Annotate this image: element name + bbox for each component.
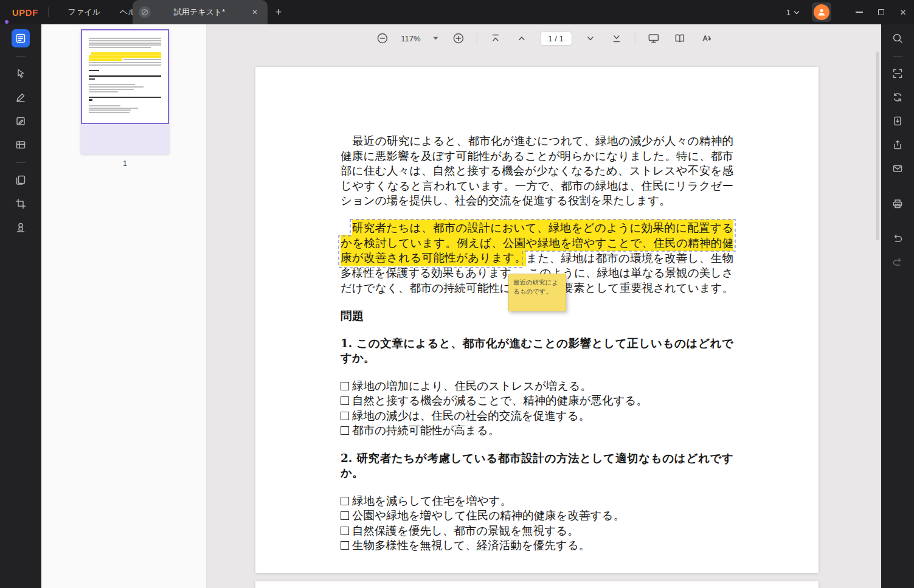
tool-export[interactable] xyxy=(888,112,907,130)
sticky-note-popup[interactable]: 最近の研究によるものです。 xyxy=(508,274,566,311)
zoom-out-button[interactable] xyxy=(374,30,390,46)
answer-checkbox xyxy=(341,396,349,405)
zoom-in-button[interactable] xyxy=(450,30,466,46)
text-line: 康が改善される可能性があります。また、緑地は都市の環境を改善し、生物 xyxy=(341,251,733,266)
tab-close-button[interactable]: ✕ xyxy=(248,7,261,18)
tool-share[interactable] xyxy=(888,136,907,154)
question-2: 2. 研究者たちが考慮している都市設計の方法として適切なものはどれです か。 xyxy=(341,451,733,481)
avatar xyxy=(814,4,829,20)
tool-print[interactable] xyxy=(888,195,907,213)
last-page-button[interactable] xyxy=(609,30,625,46)
highlight-annotation[interactable]: かを検討しています。例えば、公園や緑地を増やすことで、住民の精神的健 xyxy=(341,235,733,251)
slash-circle-icon xyxy=(141,9,148,16)
pdf-page-1[interactable]: 最近の研究によると、都市化が進むにつれて、緑地の減少が人々の精神的 健康に悪影響… xyxy=(255,67,819,573)
highlight-annotation[interactable]: 研究者たちは、都市の設計において、緑地をどのように効果的に配置する xyxy=(352,220,733,236)
option-label: 公園や緑地を増やして住民の精神的健康を改善する。 xyxy=(352,508,625,524)
viewer-area[interactable]: 117% 1 / 1 xyxy=(207,24,881,588)
option-row: 都市の持続可能性が高まる。 xyxy=(341,423,733,438)
chevron-up-icon xyxy=(516,33,527,44)
annotate-pencil-icon xyxy=(15,92,26,103)
person-icon xyxy=(817,8,826,16)
thumbnail-offscreen-area xyxy=(81,124,169,154)
new-tab-button[interactable]: + xyxy=(271,5,286,19)
text-segment: また、緑地は都市の環境を改善し、生物 xyxy=(526,252,733,265)
share-icon xyxy=(892,139,903,150)
paragraph-1: 最近の研究によると、都市化が進むにつれて、緑地の減少が人々の精神的 健康に悪影響… xyxy=(341,134,733,209)
scroll-to-top-icon xyxy=(490,33,500,44)
titlebar: UPDF ファイル ヘルプ 試用テキスト* ✕ + 1 xyxy=(0,0,914,24)
page-thumbnail[interactable] xyxy=(81,29,169,154)
reading-mode-button[interactable] xyxy=(672,30,688,46)
updf-app-window: UPDF ファイル ヘルプ 試用テキスト* ✕ + 1 xyxy=(0,0,914,588)
option-label: 緑地を減らして住宅を増やす。 xyxy=(352,494,511,509)
tool-crop[interactable] xyxy=(12,195,30,213)
question-1-options: 緑地の増加により、住民のストレスが増える。 自然と接する機会が減ることで、精神的… xyxy=(341,379,733,438)
vertical-scrollbar[interactable] xyxy=(876,52,879,240)
caret-down-icon xyxy=(433,36,438,40)
answer-checkbox xyxy=(341,527,349,535)
text-line: じやすくなると言われています。一方で、都市の緑地は、住民にリラクゼー xyxy=(341,179,733,194)
presentation-button[interactable] xyxy=(646,30,662,46)
page-thumbnails-icon xyxy=(15,33,26,44)
document-switcher[interactable]: 1 xyxy=(786,8,800,17)
close-window-button[interactable]: ✕ xyxy=(892,0,914,24)
viewer-toolbar: 117% 1 / 1 xyxy=(374,30,713,46)
printer-icon xyxy=(892,198,903,209)
document-tab[interactable]: 試用テキスト* ✕ xyxy=(133,0,268,24)
tool-thumbnails[interactable] xyxy=(12,29,30,47)
account-button[interactable] xyxy=(812,2,831,22)
tool-edit[interactable] xyxy=(12,112,30,130)
zoom-in-icon xyxy=(452,32,464,44)
ocr-scan-icon xyxy=(892,68,903,79)
right-toolbar xyxy=(881,24,914,588)
tool-comment[interactable] xyxy=(12,88,30,106)
updf-logo[interactable]: UPDF xyxy=(12,7,38,18)
minimize-button[interactable] xyxy=(848,0,870,24)
next-page-button[interactable] xyxy=(583,30,598,46)
titlebar-divider xyxy=(48,7,49,17)
option-label: 自然保護を優先し、都市の景観を無視する。 xyxy=(352,524,579,539)
convert-arrows-icon xyxy=(892,92,903,103)
page-indicator[interactable]: 1 / 1 xyxy=(539,32,572,46)
previous-page-button[interactable] xyxy=(513,30,529,46)
tool-reader[interactable] xyxy=(12,64,30,83)
highlight-annotation[interactable]: 康が改善される可能性があります。 xyxy=(341,249,526,266)
first-page-button[interactable] xyxy=(487,30,503,46)
menu-file[interactable]: ファイル xyxy=(58,7,110,18)
text-line: ションの場を提供し、社会的交流を促進する役割を果たします。 xyxy=(341,193,733,209)
thumbnail-page-number: 1 xyxy=(81,159,169,168)
maximize-icon xyxy=(878,9,884,15)
minimize-icon xyxy=(856,12,863,13)
organize-pages-icon xyxy=(15,175,26,185)
text-line: 最近の研究によると、都市化が進むにつれて、緑地の減少が人々の精神的 xyxy=(341,134,733,149)
auto-rotate-text-button[interactable] xyxy=(698,30,714,46)
tool-search[interactable] xyxy=(888,29,907,47)
cursor-icon xyxy=(15,68,26,79)
edit-text-icon xyxy=(15,116,26,126)
text-line: 1. この文章によると、都市化が進むことの影響として正しいものはどれで xyxy=(341,336,733,351)
tool-mail[interactable] xyxy=(888,159,907,178)
option-row: 生物多様性を無視して、経済活動を優先する。 xyxy=(341,538,733,553)
toolbar-separator xyxy=(635,33,635,43)
pdf-page-2[interactable] xyxy=(255,581,819,588)
option-row: 緑地の減少は、住民の社会的交流を促進する。 xyxy=(341,409,733,424)
thumbnail-panel: 1 xyxy=(41,24,207,588)
tool-forms[interactable] xyxy=(12,136,30,154)
tool-ocr[interactable] xyxy=(888,64,907,83)
option-label: 都市の持続可能性が高まる。 xyxy=(352,423,499,438)
tool-convert[interactable] xyxy=(888,88,907,106)
question-2-options: 緑地を減らして住宅を増やす。 公園や緑地を増やして住民の精神的健康を改善する。 … xyxy=(341,494,733,553)
answer-checkbox xyxy=(341,511,349,520)
maximize-button[interactable] xyxy=(870,0,892,24)
tool-stamp[interactable] xyxy=(12,218,30,237)
text-line: 2. 研究者たちが考慮している都市設計の方法として適切なものはどれです xyxy=(341,451,733,466)
text-line: 部に住む人々は、自然と接する機会が少なくなるため、ストレスや不安を感 xyxy=(341,164,733,179)
titlebar-right: 1 ✕ xyxy=(786,0,914,24)
undo-button[interactable] xyxy=(888,229,907,247)
tool-organize-pages[interactable] xyxy=(12,171,30,189)
scroll-to-bottom-icon xyxy=(611,33,622,44)
text-line: 研究者たちは、都市の設計において、緑地をどのように効果的に配置する xyxy=(341,221,733,237)
mail-icon xyxy=(892,163,903,174)
redo-button[interactable] xyxy=(888,253,907,271)
zoom-dropdown[interactable] xyxy=(431,30,440,46)
